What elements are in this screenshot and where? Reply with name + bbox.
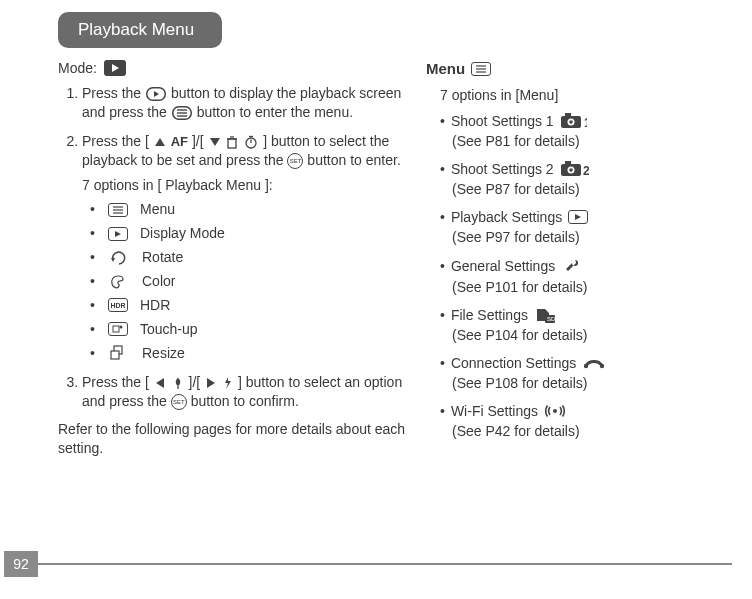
- svg-point-47: [553, 409, 557, 413]
- opt-display-label: Display Mode: [140, 224, 225, 243]
- refer-note: Refer to the following pages for more de…: [58, 420, 408, 458]
- right-column: Menu 7 options in [Menu] •Shoot Settings…: [426, 60, 716, 458]
- camera1-icon: 1: [561, 113, 587, 129]
- opt-rotate-label: Rotate: [142, 248, 183, 267]
- opt-hdr-label: HDR: [140, 296, 170, 315]
- color-palette-icon: [109, 274, 129, 290]
- menu-block: 7 options in [Menu] •Shoot Settings 1 1 …: [426, 87, 716, 439]
- step3-mid: ]/[: [189, 374, 205, 390]
- svg-marker-9: [210, 138, 220, 146]
- connection-icon: [583, 356, 605, 370]
- menu-list-icon: [108, 203, 128, 217]
- step1-text-c: button to enter the menu.: [197, 104, 353, 120]
- camera2-icon: 2: [561, 161, 589, 177]
- resize-icon: [109, 345, 129, 361]
- menu-item-shoot1-sub: (See P81 for details): [452, 133, 716, 149]
- menu-item-shoot1: •Shoot Settings 1 1: [440, 113, 716, 129]
- menu-item-wifi: •Wi-Fi Settings: [440, 403, 716, 419]
- svg-rect-40: [565, 161, 571, 165]
- left-column: Mode: Press the button to display the pl…: [58, 60, 408, 458]
- opt-rotate: • Rotate: [90, 248, 408, 267]
- hdr-icon: HDR: [108, 298, 128, 312]
- menu-item-shoot2: •Shoot Settings 2 2: [440, 161, 716, 177]
- page-number: 92: [4, 551, 38, 577]
- content-area: Mode: Press the button to display the pl…: [58, 60, 716, 458]
- section-title: Playback Menu: [78, 20, 194, 39]
- opt-resize-label: Resize: [142, 344, 185, 363]
- menu-item-shoot1-label: Shoot Settings 1: [451, 113, 554, 129]
- touchup-icon: [108, 322, 128, 336]
- opt-color-label: Color: [142, 272, 175, 291]
- menu-item-wifi-label: Wi-Fi Settings: [451, 403, 538, 419]
- menu-item-file-label: File Settings: [451, 307, 528, 323]
- opt-color: • Color: [90, 272, 408, 291]
- play-settings-icon: [568, 210, 588, 224]
- trash-icon: [226, 135, 238, 149]
- step2-text-a: Press the [: [82, 133, 153, 149]
- svg-marker-25: [156, 378, 164, 388]
- timer-icon: [244, 135, 258, 149]
- up-arrow-icon: [154, 136, 166, 148]
- menu-item-shoot2-label: Shoot Settings 2: [451, 161, 554, 177]
- step-3: Press the [ ]/[: [82, 373, 408, 411]
- mode-line: Mode:: [58, 60, 408, 76]
- step2-mid: ]/[: [192, 133, 208, 149]
- mode-label: Mode:: [58, 60, 97, 76]
- menu-item-connection-label: Connection Settings: [451, 355, 576, 371]
- sd-card-icon: SD: [535, 307, 555, 323]
- section-tab: Playback Menu: [58, 12, 222, 48]
- svg-point-34: [569, 120, 573, 124]
- svg-point-22: [120, 326, 123, 329]
- menu-item-shoot2-sub: (See P87 for details): [452, 181, 716, 197]
- menu-item-file: •File Settings SD: [440, 307, 716, 323]
- svg-rect-21: [113, 326, 119, 332]
- footer-rule: [38, 563, 732, 565]
- opt-touchup: • Touch-up: [90, 320, 408, 339]
- svg-marker-42: [575, 214, 581, 220]
- menu-item-playback: •Playback Settings: [440, 209, 716, 225]
- opt-menu-label: Menu: [140, 200, 175, 219]
- rotate-icon: [109, 250, 129, 266]
- menu-list-icon-head: [471, 62, 491, 76]
- down-arrow-icon: [209, 136, 221, 148]
- svg-marker-3: [154, 91, 159, 97]
- display-mode-icon: [108, 227, 128, 241]
- svg-text:SD: SD: [547, 316, 555, 322]
- svg-text:2: 2: [583, 164, 589, 177]
- step-1: Press the button to display the playback…: [82, 84, 408, 122]
- step-2: Press the [ AF ]/[: [82, 132, 408, 363]
- menu-heading: Menu: [426, 60, 716, 77]
- menu-head-label: Menu: [426, 60, 465, 77]
- opt-menu: • Menu: [90, 200, 408, 219]
- step3-text-c: button to confirm.: [191, 393, 299, 409]
- opt-resize: • Resize: [90, 344, 408, 363]
- menu-item-general-sub: (See P101 for details): [452, 279, 716, 295]
- menu-item-wifi-sub: (See P42 for details): [452, 423, 716, 439]
- macro-icon: [172, 376, 184, 390]
- set-button-icon: SET: [287, 153, 303, 169]
- svg-rect-24: [111, 351, 119, 359]
- svg-point-45: [584, 364, 588, 368]
- svg-point-46: [600, 364, 604, 368]
- opt-hdr: • HDR HDR: [90, 296, 408, 315]
- options-title: 7 options in [ Playback Menu ]:: [82, 176, 408, 195]
- step3-text-a: Press the [: [82, 374, 153, 390]
- options-list: • Menu • Display Mode •: [82, 200, 408, 362]
- svg-marker-19: [115, 231, 121, 237]
- menu-item-file-sub: (See P104 for details): [452, 327, 716, 343]
- set-button-icon-2: SET: [171, 394, 187, 410]
- menu-item-general-label: General Settings: [451, 258, 555, 274]
- right-arrow-icon: [205, 377, 217, 389]
- playback-button-icon: [146, 87, 166, 101]
- menu-item-playback-label: Playback Settings: [451, 209, 562, 225]
- svg-marker-28: [225, 377, 231, 389]
- svg-text:1: 1: [584, 116, 587, 129]
- svg-marker-20: [111, 258, 115, 262]
- menu-item-connection: •Connection Settings: [440, 355, 716, 371]
- menu-item-general: •General Settings: [440, 257, 716, 275]
- play-mode-icon: [104, 60, 126, 76]
- svg-rect-10: [228, 139, 236, 148]
- opt-touchup-label: Touch-up: [140, 320, 198, 339]
- svg-point-39: [569, 168, 573, 172]
- svg-marker-8: [155, 138, 165, 146]
